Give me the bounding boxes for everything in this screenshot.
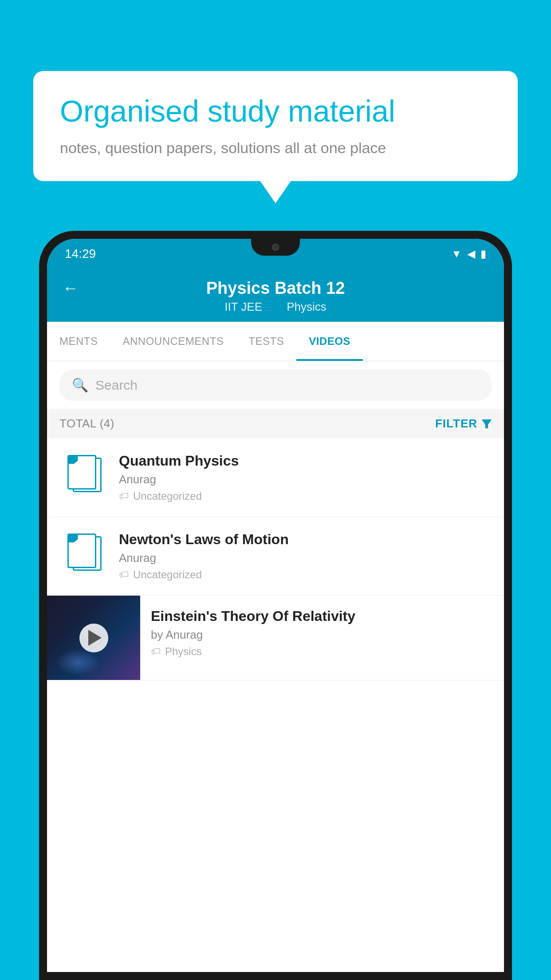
screen-title: Physics Batch 12 — [206, 279, 345, 298]
file-icon — [67, 453, 101, 492]
phone-inner: 14:29 ▼ ◀ ▮ ← Physics Batch 12 IIT JEE P… — [47, 239, 504, 972]
filter-row: TOTAL (4) FILTER — [47, 409, 504, 439]
subtitle-tag2: Physics — [287, 300, 327, 313]
search-container: 🔍 Search — [47, 361, 504, 409]
video-thumbnail — [47, 596, 140, 680]
list-item[interactable]: Newton's Laws of Motion Anurag 🏷 Uncateg… — [47, 517, 504, 596]
subtitle-tag1: IIT JEE — [224, 300, 262, 313]
wifi-icon: ▼ — [451, 248, 462, 260]
status-icons: ▼ ◀ ▮ — [451, 248, 486, 260]
video-info-3: Einstein's Theory Of Relativity by Anura… — [140, 596, 504, 670]
status-bar: 14:29 ▼ ◀ ▮ — [47, 239, 504, 269]
speech-bubble-subtitle: notes, question papers, solutions all at… — [60, 139, 491, 157]
phone-frame: 14:29 ▼ ◀ ▮ ← Physics Batch 12 IIT JEE P… — [39, 231, 512, 980]
play-button[interactable] — [79, 624, 108, 652]
search-icon: 🔍 — [72, 377, 88, 393]
video-author: Anurag — [119, 473, 492, 486]
status-time: 14:29 — [65, 247, 96, 261]
video-title: Newton's Laws of Motion — [119, 531, 492, 548]
total-count: TOTAL (4) — [59, 417, 114, 431]
file-icon — [67, 532, 101, 571]
tab-videos[interactable]: VIDEOS — [296, 322, 363, 361]
video-file-icon-2 — [59, 531, 108, 571]
list-item[interactable]: Einstein's Theory Of Relativity by Anura… — [47, 596, 504, 680]
video-author: Anurag — [119, 551, 492, 565]
tab-tests[interactable]: TESTS — [236, 322, 296, 361]
signal-icon: ◀ — [467, 248, 475, 260]
search-input-wrapper[interactable]: 🔍 Search — [59, 369, 492, 401]
svg-marker-0 — [482, 419, 492, 428]
tab-announcements[interactable]: ANNOUNCEMENTS — [110, 322, 236, 361]
video-info-2: Newton's Laws of Motion Anurag 🏷 Uncateg… — [119, 531, 492, 581]
search-placeholder: Search — [95, 378, 138, 393]
tag-icon: 🏷 — [119, 490, 129, 502]
app-header: ← Physics Batch 12 IIT JEE Physics — [47, 269, 504, 322]
video-tag: 🏷 Uncategorized — [119, 490, 492, 502]
speech-bubble: Organised study material notes, question… — [33, 71, 518, 181]
back-button[interactable]: ← — [63, 279, 79, 297]
tab-ments[interactable]: MENTS — [47, 322, 110, 361]
video-title: Quantum Physics — [119, 453, 492, 469]
app-screen: 14:29 ▼ ◀ ▮ ← Physics Batch 12 IIT JEE P… — [47, 239, 504, 972]
nebula-decoration — [56, 649, 100, 676]
speech-bubble-container: Organised study material notes, question… — [33, 71, 518, 181]
filter-button[interactable]: FILTER — [435, 417, 492, 431]
video-tag: 🏷 Physics — [151, 645, 493, 658]
play-icon — [88, 630, 102, 646]
list-item[interactable]: Quantum Physics Anurag 🏷 Uncategorized — [47, 439, 504, 517]
video-list: Quantum Physics Anurag 🏷 Uncategorized — [47, 439, 504, 972]
notch-camera — [272, 244, 279, 251]
battery-icon: ▮ — [480, 248, 486, 260]
video-info-1: Quantum Physics Anurag 🏷 Uncategorized — [119, 453, 492, 502]
video-tag: 🏷 Uncategorized — [119, 569, 492, 581]
screen-subtitle: IIT JEE Physics — [219, 300, 332, 314]
notch — [251, 239, 300, 256]
tag-icon: 🏷 — [151, 646, 161, 657]
video-title: Einstein's Theory Of Relativity — [151, 608, 493, 624]
video-file-icon-1 — [59, 453, 108, 493]
speech-bubble-title: Organised study material — [60, 93, 491, 130]
video-author: by Anurag — [151, 628, 493, 642]
filter-funnel-icon — [482, 419, 492, 428]
tag-icon: 🏷 — [119, 569, 129, 581]
tabs-bar: MENTS ANNOUNCEMENTS TESTS VIDEOS — [47, 322, 504, 361]
